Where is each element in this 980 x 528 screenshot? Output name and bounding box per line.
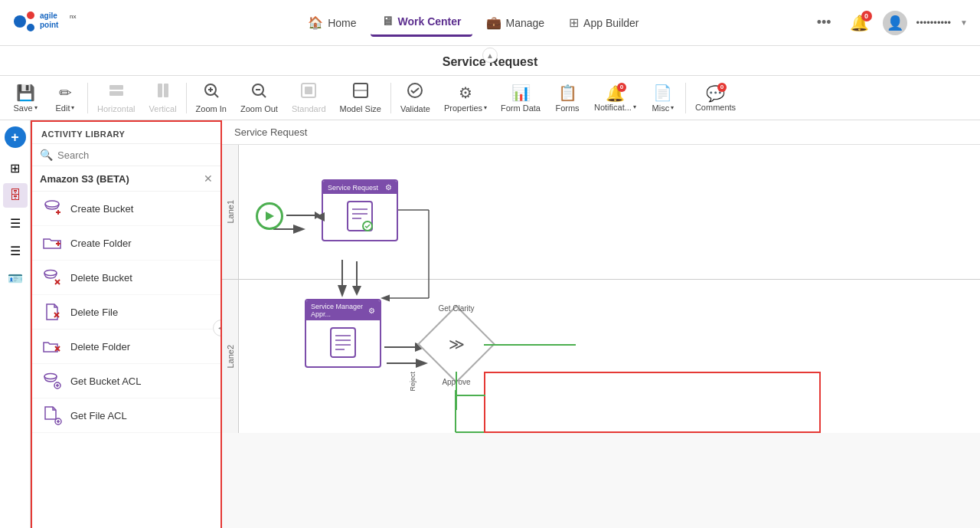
top-navigation: agile point nx 🏠 Home 🖥 Work Center 💼 Ma…	[0, 0, 980, 46]
user-menu-chevron[interactable]: ▼	[960, 18, 968, 27]
list-item[interactable]: Get File ACL	[32, 398, 220, 433]
sm-task-settings-icon[interactable]: ⚙	[368, 307, 375, 315]
id-icon: 🪪	[8, 271, 23, 286]
sidebar-db-button[interactable]: 🗄	[3, 183, 28, 208]
notifications-button[interactable]: 🔔 0 Notificat... ▾	[588, 81, 642, 115]
model-size-label: Model Size	[340, 104, 381, 113]
notification-button[interactable]: 🔔 0	[845, 9, 874, 37]
nav-workcenter[interactable]: 🖥 Work Center	[371, 8, 472, 37]
svg-point-1	[27, 11, 34, 19]
horizontal-label: Horizontal	[97, 104, 136, 113]
delete-folder-label: Delete Folder	[70, 341, 130, 353]
user-avatar[interactable]: 👤	[883, 11, 907, 35]
service-manager-node[interactable]: Service Manager Appr... ⚙	[305, 299, 381, 368]
properties-label: Properties ▾	[444, 103, 487, 113]
lane-2-content: Service Manager Appr... ⚙	[239, 280, 980, 433]
get-clarity-diamond[interactable]: ≫ Get Clarity Approve Reject	[429, 316, 484, 372]
service-request-node[interactable]: Service Request ⚙	[322, 179, 398, 241]
list-item[interactable]: Create Bucket	[32, 192, 220, 226]
svg-line-13	[214, 93, 218, 97]
misc-icon: 📄	[653, 84, 672, 102]
zoom-in-label: Zoom In	[196, 104, 227, 113]
save-button[interactable]: 💾 Save ▾	[6, 80, 44, 116]
horizontal-button: Horizontal	[91, 79, 142, 116]
nav-manage-label: Manage	[506, 17, 545, 29]
svg-rect-9	[164, 84, 168, 97]
toolbar-separator-4	[685, 83, 686, 113]
model-size-button[interactable]: Model Size	[334, 79, 387, 116]
validate-icon	[407, 82, 423, 103]
nav-appbuilder[interactable]: ⊞ App Builder	[558, 9, 649, 36]
svg-rect-58	[331, 328, 355, 357]
sidebar-id-button[interactable]: 🪪	[3, 266, 28, 290]
properties-button[interactable]: ⚙ Properties ▾	[438, 80, 493, 116]
create-bucket-label: Create Bucket	[70, 203, 133, 215]
user-name[interactable]: ••••••••••	[916, 17, 952, 28]
home-icon: 🏠	[308, 15, 323, 30]
forms-label: Forms	[555, 103, 579, 113]
get-bucket-acl-icon	[41, 370, 63, 392]
toolbar: 💾 Save ▾ ✏ Edit ▾ Horizontal Vertical Zo…	[0, 76, 980, 120]
save-label: Save ▾	[13, 103, 37, 113]
vertical-button: Vertical	[143, 79, 183, 116]
comments-button[interactable]: 💬 0 Comments	[689, 81, 742, 115]
notification-badge: 0	[861, 11, 872, 21]
activity-panel-header: ACTIVITY LIBRARY	[32, 122, 220, 144]
more-options-button[interactable]: •••	[812, 10, 836, 35]
validate-button[interactable]: Validate	[394, 79, 436, 116]
task-body-icon	[345, 200, 375, 234]
start-node[interactable]	[256, 202, 283, 230]
sidebar-list1-button[interactable]: ☰	[3, 211, 28, 235]
sm-task-body-icon	[328, 326, 358, 361]
sm-task-title: Service Manager Appr...	[311, 303, 368, 318]
toolbar-separator-1	[87, 83, 88, 113]
lane-2: Lane2 Service Manager Appr... ⚙	[222, 280, 980, 433]
standard-button: Standard	[286, 79, 332, 116]
main-layout: + ⊞ 🗄 ☰ ☰ 🪪 ACTIVITY LIBRARY 🔍 Amazon S3…	[0, 120, 980, 528]
canvas-content[interactable]: Lane1	[222, 145, 980, 528]
forms-icon: 📋	[558, 84, 577, 102]
misc-button[interactable]: 📄 Misc ▾	[644, 80, 682, 116]
get-file-acl-icon	[41, 405, 63, 426]
svg-line-16	[262, 93, 266, 97]
lane-1: Lane1	[222, 145, 980, 280]
zoom-out-button[interactable]: Zoom Out	[234, 79, 284, 116]
start-circle	[256, 202, 283, 230]
comments-badge: 0	[717, 83, 727, 92]
add-activity-button[interactable]: +	[5, 126, 26, 148]
zoom-in-button[interactable]: Zoom In	[190, 79, 233, 116]
s3-category-close-button[interactable]: ✕	[204, 172, 213, 185]
list-item[interactable]: Get Bucket ACL	[32, 364, 220, 398]
list-item[interactable]: Delete Bucket	[32, 261, 220, 295]
nav-manage[interactable]: 💼 Manage	[475, 9, 556, 36]
svg-rect-8	[158, 84, 162, 97]
nav-appbuilder-label: App Builder	[583, 17, 639, 29]
s3-category-header: Amazon S3 (BETA) ✕	[32, 166, 220, 192]
s3-category-title: Amazon S3 (BETA)	[40, 173, 129, 185]
search-input[interactable]	[57, 149, 213, 161]
notifications-label: Notificat... ▾	[594, 103, 636, 112]
svg-rect-7	[109, 91, 123, 96]
forms-button[interactable]: 📋 Forms	[548, 80, 586, 116]
nav-home[interactable]: 🏠 Home	[297, 9, 367, 36]
sidebar-list2-button[interactable]: ☰	[3, 238, 28, 263]
list-item[interactable]: Create Folder	[32, 226, 220, 261]
appbuilder-icon: ⊞	[569, 15, 579, 30]
list-item[interactable]: Delete File	[32, 295, 220, 330]
sidebar-layers-button[interactable]: ⊞	[3, 156, 28, 180]
form-data-button[interactable]: 📊 Form Data	[495, 80, 547, 116]
edit-button[interactable]: ✏ Edit ▾	[46, 80, 84, 116]
service-manager-task: Service Manager Appr... ⚙	[305, 299, 381, 368]
svg-marker-55	[315, 212, 325, 221]
horizontal-icon	[108, 82, 125, 103]
task-settings-icon[interactable]: ⚙	[385, 183, 392, 192]
list-item[interactable]: Delete Folder	[32, 330, 220, 364]
delete-file-icon	[41, 301, 63, 323]
logo[interactable]: agile point nx	[12, 8, 112, 38]
collapse-header-button[interactable]: ▲	[482, 48, 498, 63]
svg-rect-6	[109, 85, 123, 90]
diamond-inner-icon: ≫	[449, 335, 465, 353]
task-header: Service Request ⚙	[323, 181, 397, 194]
edit-label: Edit ▾	[56, 103, 75, 113]
form-data-label: Form Data	[501, 103, 541, 113]
